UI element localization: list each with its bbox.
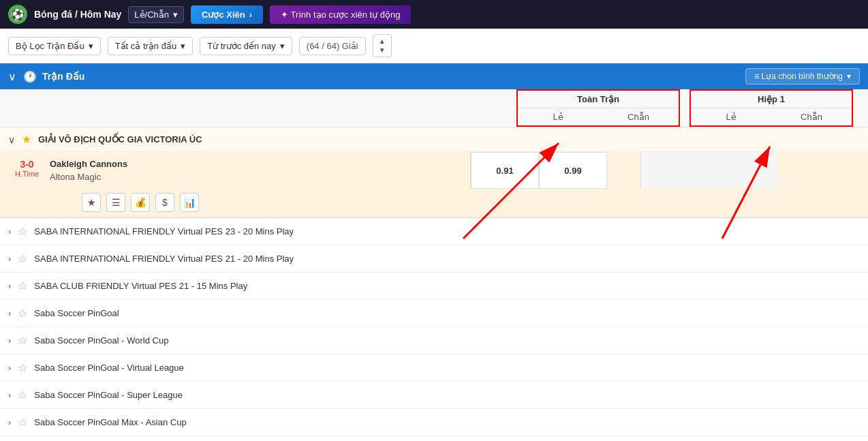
other-league-name: Saba Soccer PinGoal <box>34 308 860 318</box>
league-star-empty[interactable]: ☆ <box>18 361 27 374</box>
dollar-icon: $ <box>162 197 168 208</box>
note-button[interactable]: ☰ <box>106 193 125 212</box>
le-chan-label: Lẻ/Chẵn <box>134 10 169 20</box>
lua-chon-arrow: ▾ <box>847 72 851 81</box>
hiep1-box: Hiệp 1 Lẻ Chẵn <box>689 89 853 127</box>
odds-value-le: 0.91 <box>496 166 513 176</box>
chart-button[interactable]: 📊 <box>180 193 199 212</box>
trinh-tao-label: ✦ Trình tạo cược xiên tự động <box>281 10 400 20</box>
league-chevron: › <box>8 335 11 346</box>
chan-col-1: Chẵn <box>598 108 679 125</box>
other-league-row[interactable]: › ☆ Saba Soccer PinGoal - Virtual League <box>0 354 868 382</box>
lua-chon-label: ≡ Lựa chọn bình thường <box>754 72 843 81</box>
other-league-row[interactable]: › ☆ Saba Soccer PinGoal - World Cup <box>0 327 868 354</box>
sort-button[interactable]: ▲ ▼ <box>373 34 392 57</box>
league-star[interactable]: ★ <box>22 133 31 146</box>
hiep1-odds-empty-le <box>641 152 709 189</box>
league-star-empty[interactable]: ☆ <box>18 252 27 265</box>
league-chevron: › <box>8 254 11 264</box>
other-league-row[interactable]: › ☆ Saba Soccer PinGoal Max - Copa Améri… <box>0 436 868 441</box>
tu-truoc-dropdown-arrow: ▾ <box>280 41 285 51</box>
other-league-name: SABA CLUB FRIENDLY Virtual PES 21 - 15 M… <box>34 281 860 291</box>
tat-ca-dropdown[interactable]: Tất cả trận đấu ▾ <box>108 37 193 55</box>
tran-dau-label: Trận Đấu <box>42 71 745 82</box>
toan-tran-box: Toàn Trận Lẻ Chẵn <box>516 89 680 127</box>
le-col-1: Lẻ <box>518 108 598 125</box>
bookmark-icon: ★ <box>87 197 96 208</box>
match-icons-row: ★ ☰ 💰 $ 📊 <box>0 189 868 217</box>
cuoc-xien-button[interactable]: Cược Xiên › <box>191 5 263 24</box>
brand-label: Bóng đá / Hôm Nay <box>34 9 121 20</box>
dollar-button[interactable]: $ <box>155 193 174 212</box>
tu-truoc-label: Từ trước đến nay <box>207 41 276 51</box>
sort-down-icon: ▼ <box>379 46 386 54</box>
le-col-2: Lẻ <box>691 108 771 125</box>
giai-badge-label: (64 / 64) Giải <box>307 41 358 51</box>
match-score: 3-0 <box>20 159 33 170</box>
match-score-time: 3-0 H.Time <box>8 159 46 178</box>
other-league-row[interactable]: › ☆ SABA INTERNATIONAL FRIENDLY Virtual … <box>0 218 868 245</box>
page-wrapper: ⚽ Bóng đá / Hôm Nay Lẻ/Chẵn ▾ Cược Xiên … <box>0 0 868 441</box>
clock-icon: 🕐 <box>23 70 37 83</box>
bookmark-button[interactable]: ★ <box>82 193 101 212</box>
league-star-empty[interactable]: ☆ <box>18 416 27 429</box>
bo-loc-dropdown-arrow: ▾ <box>89 41 93 51</box>
tat-ca-label: Tất cả trận đấu <box>115 41 177 51</box>
match-odds-section: 0.91 0.99 <box>470 152 634 189</box>
main-league-row: ∨ ★ GIẢI VÔ ĐỊCH QUỐC GIA VICTORIA ÚC <box>0 127 868 152</box>
league-star-empty[interactable]: ☆ <box>18 307 27 320</box>
sort-up-icon: ▲ <box>379 37 386 45</box>
match-container: 3-0 H.Time Oakleigh Cannons Altona Magic… <box>0 152 868 218</box>
odds-spacer <box>634 152 640 189</box>
league-star-empty[interactable]: ☆ <box>18 279 27 292</box>
league-chevron: › <box>8 281 11 291</box>
other-leagues-list: › ☆ SABA INTERNATIONAL FRIENDLY Virtual … <box>0 218 868 441</box>
match-time: H.Time <box>15 170 39 178</box>
expand-league-toggle[interactable]: ∨ <box>8 134 15 145</box>
bo-loc-label: Bộ Lọc Trận Đấu <box>16 41 84 51</box>
league-name: GIẢI VÔ ĐỊCH QUỐC GIA VICTORIA ÚC <box>38 134 860 145</box>
table-header: ∨ 🕐 Trận Đấu ≡ Lựa chọn bình thường ▾ <box>0 63 868 89</box>
other-league-row[interactable]: › ☆ Saba Soccer PinGoal - Super League <box>0 382 868 409</box>
odds-headers-row: Toàn Trận Lẻ Chẵn Hiệp 1 Lẻ Chẵn <box>0 89 868 127</box>
team2-name: Altona Magic <box>50 172 462 182</box>
hiep1-title: Hiệp 1 <box>691 91 852 108</box>
tat-ca-dropdown-arrow: ▾ <box>181 41 185 51</box>
chan-col-2: Chẵn <box>771 108 852 125</box>
cuoc-xien-label: Cược Xiên <box>202 10 245 20</box>
other-league-row[interactable]: › ☆ Saba Soccer PinGoal <box>0 300 868 327</box>
match-hiep1-section <box>640 152 804 189</box>
toan-tran-title: Toàn Trận <box>518 91 679 108</box>
other-league-name: Saba Soccer PinGoal - World Cup <box>34 335 860 346</box>
logo-icon: ⚽ <box>8 5 27 24</box>
odds-btn-le[interactable]: 0.91 <box>471 152 539 189</box>
coin-button[interactable]: 💰 <box>131 193 150 212</box>
bo-loc-dropdown[interactable]: Bộ Lọc Trận Đấu ▾ <box>8 37 101 55</box>
odds-btn-chan[interactable]: 0.99 <box>539 152 607 189</box>
league-star-empty[interactable]: ☆ <box>18 334 27 347</box>
coin-icon: 💰 <box>135 197 146 208</box>
other-league-name: SABA INTERNATIONAL FRIENDLY Virtual PES … <box>34 254 860 264</box>
trinh-tao-button[interactable]: ✦ Trình tạo cược xiên tự động <box>270 5 411 24</box>
other-league-row[interactable]: › ☆ SABA CLUB FRIENDLY Virtual PES 21 - … <box>0 273 868 300</box>
hiep1-cols: Lẻ Chẵn <box>691 108 852 125</box>
tu-truoc-dropdown[interactable]: Từ trước đến nay ▾ <box>200 37 292 55</box>
other-league-name: Saba Soccer PinGoal - Virtual League <box>34 363 860 373</box>
filter-bar: Bộ Lọc Trận Đấu ▾ Tất cả trận đấu ▾ Từ t… <box>0 29 868 63</box>
league-chevron: › <box>8 390 11 400</box>
match-left: 3-0 H.Time Oakleigh Cannons Altona Magic <box>0 152 470 189</box>
other-league-name: Saba Soccer PinGoal Max - Asian Cup <box>34 417 860 427</box>
league-star-empty[interactable]: ☆ <box>18 225 27 238</box>
collapse-all-toggle[interactable]: ∨ <box>8 70 16 83</box>
team1-name: Oakleigh Cannons <box>50 159 462 169</box>
hiep1-odds-empty-chan <box>709 152 777 189</box>
league-star-empty[interactable]: ☆ <box>18 389 27 401</box>
lua-chon-button[interactable]: ≡ Lựa chọn bình thường ▾ <box>745 68 860 85</box>
dropdown-arrow-icon: ▾ <box>173 10 178 20</box>
other-league-row[interactable]: › ☆ Saba Soccer PinGoal Max - Asian Cup <box>0 409 868 436</box>
other-league-name: Saba Soccer PinGoal - Super League <box>34 390 860 400</box>
other-league-row[interactable]: › ☆ SABA INTERNATIONAL FRIENDLY Virtual … <box>0 245 868 273</box>
le-chan-dropdown[interactable]: Lẻ/Chẵn ▾ <box>128 6 184 23</box>
toan-tran-cols: Lẻ Chẵn <box>518 108 679 125</box>
note-icon: ☰ <box>112 197 121 208</box>
